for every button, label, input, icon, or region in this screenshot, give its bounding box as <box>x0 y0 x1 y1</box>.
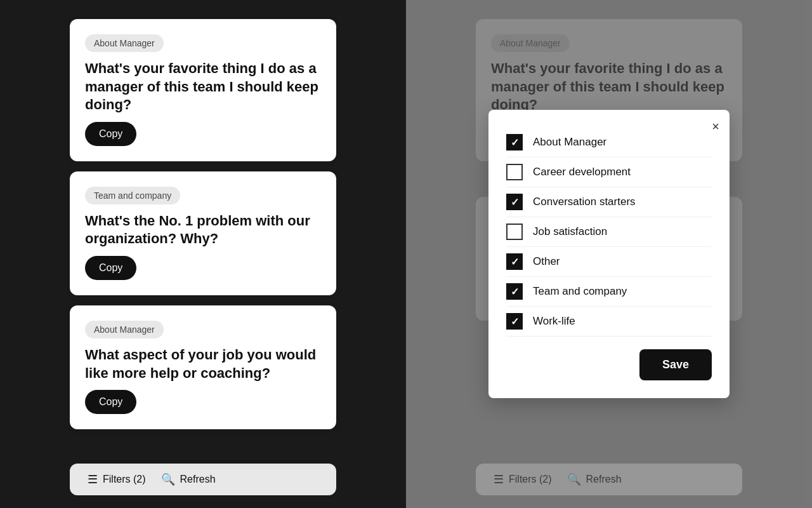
modal-item-other[interactable]: Other <box>506 247 712 277</box>
left-panel: About Manager What's your favorite thing… <box>0 0 406 508</box>
card-2-category: Team and company <box>85 187 180 204</box>
left-cards-container: About Manager What's your favorite thing… <box>70 13 336 464</box>
left-refresh-button[interactable]: 🔍 Refresh <box>161 472 216 486</box>
card-3: About Manager What aspect of your job yo… <box>70 305 336 429</box>
card-2-question: What's the No. 1 problem with our organi… <box>85 212 321 248</box>
search-icon: 🔍 <box>161 472 175 486</box>
card-3-copy-button[interactable]: Copy <box>85 390 136 414</box>
filter-modal: × About Manager Career development Conve… <box>488 110 730 398</box>
modal-label-conversation-starters: Conversation starters <box>533 196 636 208</box>
left-refresh-label: Refresh <box>180 474 216 485</box>
modal-item-career-development[interactable]: Career development <box>506 157 712 187</box>
checkbox-job-satisfaction[interactable] <box>506 224 523 240</box>
checkbox-career-development[interactable] <box>506 164 523 180</box>
modal-label-job-satisfaction: Job satisfaction <box>533 225 607 238</box>
modal-overlay: × About Manager Career development Conve… <box>406 0 812 508</box>
checkbox-work-life[interactable] <box>506 313 523 330</box>
modal-label-about-manager: About Manager <box>533 136 606 149</box>
modal-item-team-and-company[interactable]: Team and company <box>506 277 712 307</box>
card-1: About Manager What's your favorite thing… <box>70 19 336 161</box>
modal-label-career-development: Career development <box>533 166 631 178</box>
right-panel: About Manager What's your favorite thing… <box>406 0 812 508</box>
modal-save-button[interactable]: Save <box>639 349 712 380</box>
card-1-category: About Manager <box>85 34 164 52</box>
checkbox-other[interactable] <box>506 253 523 270</box>
modal-item-job-satisfaction[interactable]: Job satisfaction <box>506 217 712 247</box>
card-3-category: About Manager <box>85 321 164 338</box>
filter-icon: ☰ <box>88 472 98 486</box>
checkbox-conversation-starters[interactable] <box>506 194 523 210</box>
left-filters-label: Filters (2) <box>103 474 146 485</box>
modal-item-about-manager[interactable]: About Manager <box>506 128 712 157</box>
card-2-copy-button[interactable]: Copy <box>85 256 136 280</box>
modal-save-row: Save <box>506 349 712 380</box>
modal-label-team-and-company: Team and company <box>533 285 627 298</box>
modal-label-other: Other <box>533 255 560 268</box>
checkbox-about-manager[interactable] <box>506 134 523 150</box>
card-2: Team and company What's the No. 1 proble… <box>70 171 336 295</box>
modal-item-work-life[interactable]: Work-life <box>506 307 712 337</box>
modal-item-conversation-starters[interactable]: Conversation starters <box>506 187 712 217</box>
left-bottom-bar: ☰ Filters (2) 🔍 Refresh <box>70 464 336 495</box>
left-filters-button[interactable]: ☰ Filters (2) <box>88 472 146 486</box>
modal-label-work-life: Work-life <box>533 315 575 328</box>
modal-close-button[interactable]: × <box>712 120 719 133</box>
card-1-copy-button[interactable]: Copy <box>85 122 136 146</box>
card-3-question: What aspect of your job you would like m… <box>85 346 321 382</box>
card-1-question: What's your favorite thing I do as a man… <box>85 60 321 114</box>
checkbox-team-and-company[interactable] <box>506 283 523 300</box>
